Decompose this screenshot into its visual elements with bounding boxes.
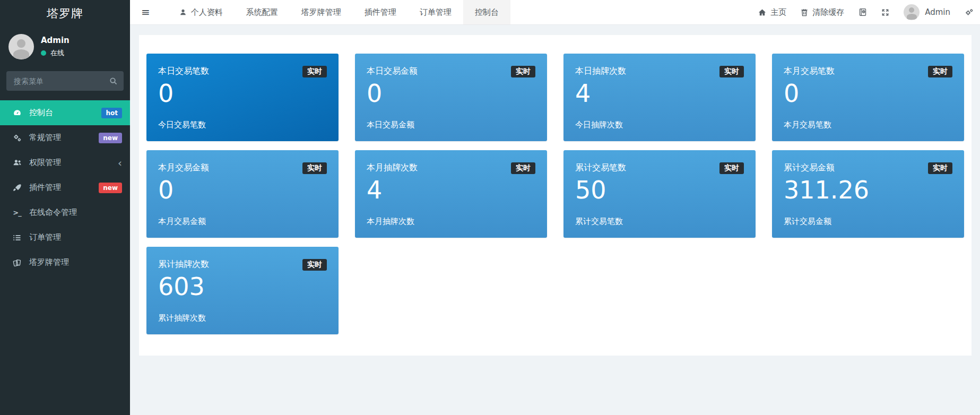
trash-icon	[801, 8, 808, 16]
realtime-badge: 实时	[302, 259, 327, 271]
user-panel: Admin 在线	[0, 28, 130, 68]
user-status-label: 在线	[50, 48, 64, 58]
content-area: 本日交易笔数实时 0 今日交易笔数 本日交易金额实时 0 本日交易金额 本日抽牌…	[130, 25, 980, 415]
card-title: 累计交易笔数	[575, 162, 626, 174]
tab-plugin-management[interactable]: 插件管理	[353, 0, 408, 24]
chevron-left-icon: ‹	[118, 158, 122, 168]
card-title: 累计抽牌次数	[158, 259, 209, 270]
sidebar-search	[6, 71, 124, 91]
sidebar-item-console[interactable]: 控制台 hot	[0, 100, 130, 125]
sidebar-item-general[interactable]: 常规管理 new	[0, 125, 130, 150]
search-icon[interactable]	[109, 77, 117, 85]
card-title: 本月交易金额	[158, 162, 209, 174]
sidebar-item-permissions[interactable]: 权限管理 ‹	[0, 150, 130, 175]
card-title: 本月交易笔数	[784, 66, 835, 77]
new-badge: new	[99, 133, 122, 143]
card-value: 4	[575, 80, 744, 108]
navbar-avatar	[904, 4, 920, 20]
card-subtitle: 今日交易笔数	[158, 120, 327, 130]
card-value: 0	[367, 80, 535, 108]
sidebar-menu: 控制台 hot 常规管理 new 权限管理 ‹ 插件管理 new >_	[0, 100, 130, 275]
user-menu[interactable]: Admin	[904, 4, 950, 20]
language-book-icon[interactable]	[858, 8, 867, 16]
sidebar-item-orders[interactable]: 订单管理	[0, 225, 130, 250]
hot-badge: hot	[101, 108, 122, 118]
card-value: 0	[158, 80, 327, 108]
card-subtitle: 本日交易金额	[367, 120, 535, 130]
realtime-badge: 实时	[511, 162, 535, 174]
sidebar-item-online-commands[interactable]: >_ 在线命令管理	[0, 200, 130, 225]
card-value: 0	[158, 176, 327, 204]
sidebar-item-label: 在线命令管理	[29, 208, 77, 218]
fullscreen-icon[interactable]	[881, 8, 889, 16]
realtime-badge: 实时	[928, 162, 952, 174]
tab-console[interactable]: 控制台	[463, 0, 510, 24]
card-subtitle: 本月交易金额	[158, 217, 327, 227]
tab-system-config[interactable]: 系统配置	[235, 0, 290, 24]
users-icon	[12, 158, 22, 167]
user-icon	[179, 8, 187, 16]
search-input[interactable]	[13, 76, 109, 86]
settings-gears-icon[interactable]	[965, 8, 974, 17]
tab-tarot-management[interactable]: 塔罗牌管理	[290, 0, 353, 24]
card-subtitle: 今日抽牌次数	[575, 120, 744, 130]
stat-card-today-draws: 本日抽牌次数实时 4 今日抽牌次数	[563, 54, 756, 141]
sidebar-item-tarot[interactable]: 塔罗牌管理	[0, 250, 130, 275]
sidebar-item-label: 订单管理	[29, 232, 61, 243]
nav-tabs: 个人资料 系统配置 塔罗牌管理 插件管理 订单管理 控制台	[168, 0, 510, 24]
tab-order-management[interactable]: 订单管理	[408, 0, 463, 24]
card-subtitle: 累计交易笔数	[575, 217, 744, 227]
home-label: 主页	[770, 7, 786, 18]
sidebar-item-label: 塔罗牌管理	[29, 257, 69, 267]
card-subtitle: 本月交易笔数	[784, 120, 952, 130]
card-value: 311.26	[784, 176, 952, 204]
card-title: 本月抽牌次数	[367, 162, 418, 174]
card-subtitle: 累计交易金额	[784, 217, 952, 227]
tab-label: 插件管理	[365, 7, 396, 18]
realtime-badge: 实时	[719, 66, 744, 77]
sidebar-item-plugins[interactable]: 插件管理 new	[0, 175, 130, 200]
realtime-badge: 实时	[302, 66, 327, 77]
tab-label: 控制台	[475, 7, 499, 18]
stat-card-month-amount: 本月交易金额实时 0 本月交易金额	[146, 150, 339, 238]
stat-card-total-trades: 累计交易笔数实时 50 累计交易笔数	[563, 150, 756, 238]
card-value: 603	[158, 273, 327, 301]
card-title: 累计交易金额	[784, 162, 835, 174]
card-subtitle: 累计抽牌次数	[158, 313, 327, 323]
realtime-badge: 实时	[302, 162, 327, 174]
new-badge: new	[99, 183, 122, 193]
home-icon	[758, 8, 766, 16]
stat-card-month-trades: 本月交易笔数实时 0 本月交易笔数	[772, 54, 964, 141]
sidebar-item-label: 插件管理	[29, 183, 61, 193]
online-dot-icon	[41, 50, 46, 56]
dashboard-icon	[12, 108, 22, 117]
terminal-icon: >_	[12, 209, 22, 217]
clear-cache-link[interactable]: 清除缓存	[801, 7, 844, 18]
home-link[interactable]: 主页	[758, 7, 786, 18]
sidebar: 塔罗牌 Admin 在线 控制台 hot 常规管理	[0, 0, 130, 415]
user-status: 在线	[41, 48, 70, 58]
tarot-icon	[12, 258, 22, 267]
navbar-username: Admin	[925, 7, 950, 17]
gears-icon	[12, 133, 22, 142]
stat-card-month-draws: 本月抽牌次数实时 4 本月抽牌次数	[355, 150, 547, 238]
tab-profile[interactable]: 个人资料	[168, 0, 235, 24]
card-value: 4	[367, 176, 535, 204]
user-avatar[interactable]	[8, 34, 34, 59]
stat-card-total-draws: 累计抽牌次数实时 603 累计抽牌次数	[146, 247, 339, 334]
tab-label: 系统配置	[246, 7, 278, 18]
card-title: 本日交易金额	[367, 66, 418, 77]
stat-card-today-trades: 本日交易笔数实时 0 今日交易笔数	[146, 54, 339, 141]
tab-label: 订单管理	[420, 7, 452, 18]
card-title: 本日抽牌次数	[575, 66, 626, 77]
card-title: 本日交易笔数	[158, 66, 209, 77]
stat-cards-grid: 本日交易笔数实时 0 今日交易笔数 本日交易金额实时 0 本日交易金额 本日抽牌…	[146, 54, 964, 334]
sidebar-toggle-icon[interactable]: ≡	[130, 6, 161, 19]
card-subtitle: 本月抽牌次数	[367, 217, 535, 227]
list-icon	[12, 234, 22, 242]
tab-label: 塔罗牌管理	[301, 7, 341, 18]
card-value: 0	[784, 80, 952, 108]
rocket-icon	[12, 183, 22, 192]
realtime-badge: 实时	[928, 66, 952, 77]
app-logo[interactable]: 塔罗牌	[0, 0, 130, 28]
